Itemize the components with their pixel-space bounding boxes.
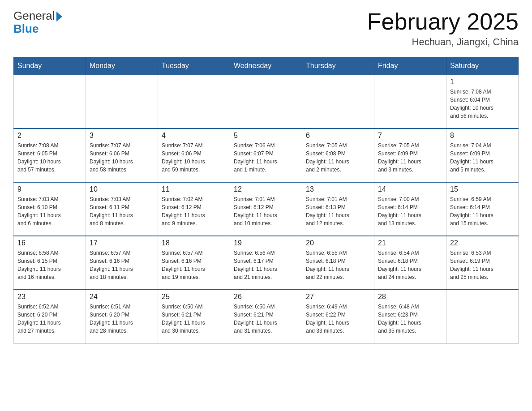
day-number: 5 bbox=[234, 132, 298, 140]
day-info: Sunrise: 7:01 AM Sunset: 6:12 PM Dayligh… bbox=[234, 195, 298, 227]
day-info: Sunrise: 6:59 AM Sunset: 6:14 PM Dayligh… bbox=[450, 195, 515, 227]
day-header-wednesday: Wednesday bbox=[230, 57, 302, 75]
calendar-cell: 1Sunrise: 7:08 AM Sunset: 6:04 PM Daylig… bbox=[446, 75, 519, 128]
calendar-cell: 22Sunrise: 6:53 AM Sunset: 6:19 PM Dayli… bbox=[446, 236, 519, 290]
day-info: Sunrise: 7:05 AM Sunset: 6:09 PM Dayligh… bbox=[378, 141, 442, 174]
calendar-cell: 7Sunrise: 7:05 AM Sunset: 6:09 PM Daylig… bbox=[374, 128, 446, 182]
calendar-cell bbox=[446, 290, 519, 343]
day-number: 1 bbox=[450, 78, 515, 86]
day-info: Sunrise: 6:55 AM Sunset: 6:18 PM Dayligh… bbox=[306, 249, 370, 281]
page-header: General Blue February 2025 Hechuan, Jian… bbox=[13, 9, 519, 48]
day-info: Sunrise: 6:54 AM Sunset: 6:18 PM Dayligh… bbox=[378, 249, 442, 281]
day-info: Sunrise: 7:02 AM Sunset: 6:12 PM Dayligh… bbox=[162, 195, 226, 227]
day-info: Sunrise: 6:48 AM Sunset: 6:23 PM Dayligh… bbox=[378, 303, 442, 335]
day-number: 28 bbox=[378, 293, 442, 301]
day-info: Sunrise: 7:01 AM Sunset: 6:13 PM Dayligh… bbox=[306, 195, 370, 227]
calendar-cell bbox=[14, 75, 86, 128]
day-number: 3 bbox=[90, 132, 154, 140]
day-number: 12 bbox=[234, 185, 298, 193]
calendar-cell: 12Sunrise: 7:01 AM Sunset: 6:12 PM Dayli… bbox=[230, 182, 302, 236]
day-header-sunday: Sunday bbox=[14, 57, 86, 75]
calendar-cell: 6Sunrise: 7:05 AM Sunset: 6:08 PM Daylig… bbox=[302, 128, 374, 182]
day-info: Sunrise: 7:05 AM Sunset: 6:08 PM Dayligh… bbox=[306, 141, 370, 174]
calendar-cell bbox=[158, 75, 230, 128]
day-info: Sunrise: 7:08 AM Sunset: 6:04 PM Dayligh… bbox=[450, 88, 515, 120]
day-number: 6 bbox=[306, 132, 370, 140]
calendar-table: SundayMondayTuesdayWednesdayThursdayFrid… bbox=[13, 57, 519, 344]
day-number: 4 bbox=[162, 132, 226, 140]
day-number: 20 bbox=[306, 239, 370, 247]
day-info: Sunrise: 7:03 AM Sunset: 6:10 PM Dayligh… bbox=[17, 195, 82, 227]
calendar-cell: 19Sunrise: 6:56 AM Sunset: 6:17 PM Dayli… bbox=[230, 236, 302, 290]
calendar-cell: 28Sunrise: 6:48 AM Sunset: 6:23 PM Dayli… bbox=[374, 290, 446, 343]
logo-general-text: General bbox=[13, 9, 55, 23]
day-number: 24 bbox=[90, 293, 154, 301]
day-number: 22 bbox=[450, 239, 515, 247]
day-header-saturday: Saturday bbox=[446, 57, 519, 75]
calendar-cell bbox=[374, 75, 446, 128]
day-header-tuesday: Tuesday bbox=[158, 57, 230, 75]
calendar-cell: 4Sunrise: 7:07 AM Sunset: 6:06 PM Daylig… bbox=[158, 128, 230, 182]
week-row-3: 9Sunrise: 7:03 AM Sunset: 6:10 PM Daylig… bbox=[14, 182, 519, 236]
day-info: Sunrise: 6:58 AM Sunset: 6:15 PM Dayligh… bbox=[17, 249, 82, 281]
calendar-cell: 16Sunrise: 6:58 AM Sunset: 6:15 PM Dayli… bbox=[14, 236, 86, 290]
calendar-cell: 5Sunrise: 7:06 AM Sunset: 6:07 PM Daylig… bbox=[230, 128, 302, 182]
logo: General Blue bbox=[13, 9, 62, 36]
week-row-2: 2Sunrise: 7:08 AM Sunset: 6:05 PM Daylig… bbox=[14, 128, 519, 182]
day-number: 25 bbox=[162, 293, 226, 301]
calendar-cell: 25Sunrise: 6:50 AM Sunset: 6:21 PM Dayli… bbox=[158, 290, 230, 343]
calendar-cell: 2Sunrise: 7:08 AM Sunset: 6:05 PM Daylig… bbox=[14, 128, 86, 182]
day-info: Sunrise: 6:57 AM Sunset: 6:16 PM Dayligh… bbox=[162, 249, 226, 281]
calendar-subtitle: Hechuan, Jiangxi, China bbox=[367, 36, 519, 48]
calendar-cell bbox=[302, 75, 374, 128]
day-number: 7 bbox=[378, 132, 442, 140]
day-number: 16 bbox=[17, 239, 82, 247]
calendar-cell: 18Sunrise: 6:57 AM Sunset: 6:16 PM Dayli… bbox=[158, 236, 230, 290]
day-number: 10 bbox=[90, 185, 154, 193]
day-header-monday: Monday bbox=[86, 57, 158, 75]
calendar-cell: 3Sunrise: 7:07 AM Sunset: 6:06 PM Daylig… bbox=[86, 128, 158, 182]
week-row-5: 23Sunrise: 6:52 AM Sunset: 6:20 PM Dayli… bbox=[14, 290, 519, 343]
day-info: Sunrise: 6:52 AM Sunset: 6:20 PM Dayligh… bbox=[17, 303, 82, 335]
calendar-cell: 21Sunrise: 6:54 AM Sunset: 6:18 PM Dayli… bbox=[374, 236, 446, 290]
calendar-cell: 15Sunrise: 6:59 AM Sunset: 6:14 PM Dayli… bbox=[446, 182, 519, 236]
calendar-cell: 13Sunrise: 7:01 AM Sunset: 6:13 PM Dayli… bbox=[302, 182, 374, 236]
day-info: Sunrise: 7:00 AM Sunset: 6:14 PM Dayligh… bbox=[378, 195, 442, 227]
day-number: 23 bbox=[17, 293, 82, 301]
day-number: 9 bbox=[17, 185, 82, 193]
calendar-cell: 11Sunrise: 7:02 AM Sunset: 6:12 PM Dayli… bbox=[158, 182, 230, 236]
day-info: Sunrise: 7:07 AM Sunset: 6:06 PM Dayligh… bbox=[162, 141, 226, 174]
day-info: Sunrise: 7:07 AM Sunset: 6:06 PM Dayligh… bbox=[90, 141, 154, 174]
day-number: 19 bbox=[234, 239, 298, 247]
calendar-title: February 2025 bbox=[367, 9, 519, 34]
day-info: Sunrise: 6:57 AM Sunset: 6:16 PM Dayligh… bbox=[90, 249, 154, 281]
day-number: 18 bbox=[162, 239, 226, 247]
day-number: 14 bbox=[378, 185, 442, 193]
day-header-thursday: Thursday bbox=[302, 57, 374, 75]
day-number: 13 bbox=[306, 185, 370, 193]
day-number: 15 bbox=[450, 185, 515, 193]
calendar-cell: 17Sunrise: 6:57 AM Sunset: 6:16 PM Dayli… bbox=[86, 236, 158, 290]
calendar-cell: 26Sunrise: 6:50 AM Sunset: 6:21 PM Dayli… bbox=[230, 290, 302, 343]
calendar-cell: 23Sunrise: 6:52 AM Sunset: 6:20 PM Dayli… bbox=[14, 290, 86, 343]
logo-arrow-icon bbox=[56, 12, 62, 21]
calendar-cell: 14Sunrise: 7:00 AM Sunset: 6:14 PM Dayli… bbox=[374, 182, 446, 236]
day-info: Sunrise: 6:53 AM Sunset: 6:19 PM Dayligh… bbox=[450, 249, 515, 281]
day-info: Sunrise: 6:50 AM Sunset: 6:21 PM Dayligh… bbox=[162, 303, 226, 335]
day-number: 8 bbox=[450, 132, 515, 140]
day-number: 11 bbox=[162, 185, 226, 193]
calendar-cell: 24Sunrise: 6:51 AM Sunset: 6:20 PM Dayli… bbox=[86, 290, 158, 343]
calendar-cell: 27Sunrise: 6:49 AM Sunset: 6:22 PM Dayli… bbox=[302, 290, 374, 343]
logo-blue-text: Blue bbox=[13, 22, 39, 36]
calendar-cell: 20Sunrise: 6:55 AM Sunset: 6:18 PM Dayli… bbox=[302, 236, 374, 290]
day-info: Sunrise: 6:50 AM Sunset: 6:21 PM Dayligh… bbox=[234, 303, 298, 335]
day-number: 27 bbox=[306, 293, 370, 301]
calendar-cell bbox=[86, 75, 158, 128]
day-number: 21 bbox=[378, 239, 442, 247]
day-info: Sunrise: 6:49 AM Sunset: 6:22 PM Dayligh… bbox=[306, 303, 370, 335]
day-info: Sunrise: 7:03 AM Sunset: 6:11 PM Dayligh… bbox=[90, 195, 154, 227]
week-row-4: 16Sunrise: 6:58 AM Sunset: 6:15 PM Dayli… bbox=[14, 236, 519, 290]
day-info: Sunrise: 6:56 AM Sunset: 6:17 PM Dayligh… bbox=[234, 249, 298, 281]
calendar-title-area: February 2025 Hechuan, Jiangxi, China bbox=[367, 9, 519, 48]
calendar-cell: 10Sunrise: 7:03 AM Sunset: 6:11 PM Dayli… bbox=[86, 182, 158, 236]
